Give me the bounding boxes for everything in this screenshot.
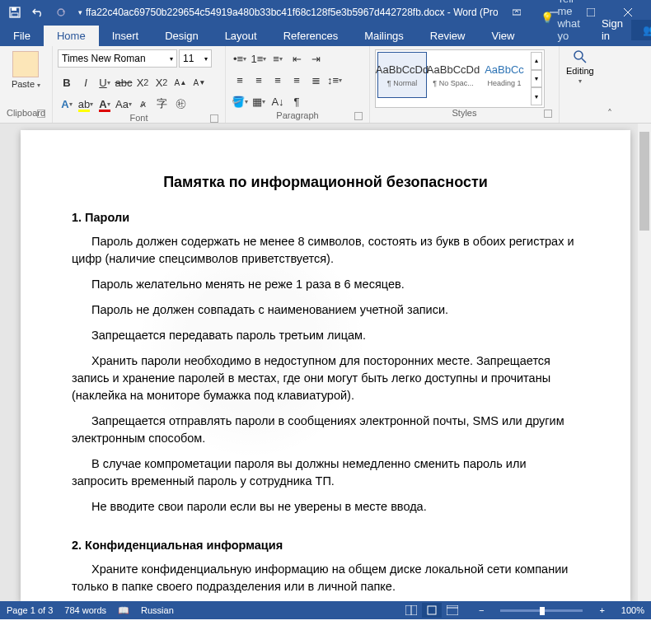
spellcheck-icon[interactable]: 📖 bbox=[118, 605, 129, 616]
enclose-button[interactable]: ㊓ bbox=[171, 95, 190, 113]
ribbon-tabs: File Home Insert Design Layout Reference… bbox=[0, 25, 651, 46]
tab-review[interactable]: Review bbox=[417, 26, 479, 46]
undo-icon[interactable] bbox=[28, 2, 48, 22]
svg-rect-14 bbox=[447, 605, 458, 615]
tab-insert[interactable]: Insert bbox=[99, 26, 152, 46]
clipboard-launcher[interactable] bbox=[37, 110, 45, 118]
superscript-button[interactable]: X2 bbox=[152, 73, 171, 91]
font-size-combo[interactable]: 11▾ bbox=[179, 49, 212, 68]
zoom-slider[interactable] bbox=[500, 609, 583, 612]
svg-line-10 bbox=[582, 58, 586, 63]
italic-button[interactable]: I bbox=[77, 73, 95, 91]
show-marks-button[interactable]: ¶ bbox=[288, 92, 306, 110]
tab-view[interactable]: View bbox=[478, 26, 527, 46]
tab-layout[interactable]: Layout bbox=[212, 26, 270, 46]
doc-heading-1: 1. Пароли bbox=[72, 209, 579, 226]
sort-button[interactable]: A↓ bbox=[269, 92, 287, 110]
align-left-button[interactable]: ≡ bbox=[231, 71, 249, 89]
bullets-button[interactable]: •≡▾ bbox=[231, 49, 249, 68]
paste-icon bbox=[12, 51, 39, 77]
doc-paragraph: Запрещается отправлять пароли в сообщени… bbox=[72, 413, 579, 447]
svg-rect-13 bbox=[428, 606, 436, 614]
qat-customize-icon[interactable]: ▾ bbox=[74, 2, 86, 22]
tab-file[interactable]: File bbox=[0, 26, 44, 46]
tab-references[interactable]: References bbox=[270, 26, 351, 46]
style-normal[interactable]: AaBbCcDd ¶ Normal bbox=[377, 52, 427, 98]
doc-paragraph: В случае компрометации пароля вы должны … bbox=[72, 455, 579, 490]
save-icon[interactable] bbox=[5, 2, 25, 22]
font-color-button[interactable]: A▾ bbox=[96, 95, 114, 113]
numbering-button[interactable]: 1≡▾ bbox=[250, 49, 268, 68]
doc-paragraph: Хранить пароли необходимо в недоступном … bbox=[72, 352, 579, 404]
change-case-button[interactable]: Aa▾ bbox=[115, 95, 133, 113]
paste-button[interactable]: Paste ▾ bbox=[8, 49, 44, 91]
styles-launcher[interactable] bbox=[544, 110, 552, 118]
clear-format-button[interactable]: A̷ bbox=[133, 95, 152, 113]
font-launcher[interactable] bbox=[210, 114, 218, 123]
tab-design[interactable]: Design bbox=[152, 26, 211, 46]
underline-button[interactable]: U▾ bbox=[96, 73, 114, 91]
lightbulb-icon: 💡 bbox=[541, 12, 554, 24]
zoom-level[interactable]: 100% bbox=[621, 605, 644, 615]
gallery-down[interactable]: ▾ bbox=[531, 70, 542, 88]
vertical-scrollbar[interactable] bbox=[638, 124, 651, 601]
doc-title: Памятка по информационной безопасности bbox=[72, 171, 579, 193]
language-indicator[interactable]: Russian bbox=[141, 605, 174, 615]
read-mode-button[interactable] bbox=[401, 603, 421, 618]
highlight-button[interactable]: ab▾ bbox=[77, 95, 95, 113]
share-button[interactable]: 👥Share bbox=[631, 20, 651, 40]
find-icon bbox=[573, 49, 588, 64]
doc-paragraph: Пароль не должен совпадать с наименовани… bbox=[72, 301, 579, 319]
paragraph-launcher[interactable] bbox=[354, 112, 363, 120]
doc-paragraph: Не вводите свои пароли если вы не уверен… bbox=[72, 498, 579, 516]
word-count[interactable]: 784 words bbox=[64, 605, 106, 615]
style-nospacing[interactable]: AaBbCcDd ¶ No Spac... bbox=[429, 52, 478, 98]
document-page[interactable]: Памятка по информационной безопасности 1… bbox=[21, 130, 630, 601]
redo-icon[interactable] bbox=[51, 2, 71, 22]
align-center-button[interactable]: ≡ bbox=[250, 71, 268, 89]
gallery-more[interactable]: ▾ bbox=[531, 87, 542, 105]
sign-in-button[interactable]: Sign in bbox=[593, 13, 631, 46]
doc-heading-2: 2. Конфиденциальная информация bbox=[72, 537, 579, 554]
tab-home[interactable]: Home bbox=[44, 26, 99, 46]
tell-me[interactable]: 💡Tell me what yo bbox=[527, 0, 592, 46]
text-effects-button[interactable]: A▾ bbox=[58, 95, 76, 113]
bold-button[interactable]: B bbox=[58, 73, 76, 91]
distributed-button[interactable]: ≣ bbox=[307, 71, 325, 89]
grow-font-button[interactable]: A▲ bbox=[171, 73, 190, 91]
multilevel-button[interactable]: ≡▾ bbox=[269, 49, 287, 68]
styles-group-label: Styles bbox=[452, 108, 477, 118]
increase-indent-button[interactable]: ⇥ bbox=[307, 49, 325, 68]
shading-button[interactable]: 🪣▾ bbox=[231, 92, 249, 110]
doc-paragraph: Пароль должен содержать не менее 8 симво… bbox=[72, 233, 579, 268]
page-indicator[interactable]: Page 1 of 3 bbox=[7, 605, 53, 615]
editing-button[interactable]: Editing ▾ bbox=[566, 49, 594, 106]
zoom-in-button[interactable]: + bbox=[594, 605, 609, 615]
tab-mailings[interactable]: Mailings bbox=[351, 26, 417, 46]
font-group-label: Font bbox=[129, 113, 148, 123]
styles-gallery: AaBbCcDd ¶ Normal AaBbCcDd ¶ No Spac... … bbox=[375, 49, 545, 108]
justify-button[interactable]: ≡ bbox=[288, 71, 306, 89]
svg-point-3 bbox=[58, 9, 64, 16]
doc-paragraph: Храните конфиденциальную информацию на о… bbox=[72, 561, 579, 595]
line-spacing-button[interactable]: ↕≡▾ bbox=[326, 71, 344, 89]
subscript-button[interactable]: X2 bbox=[133, 73, 152, 91]
align-right-button[interactable]: ≡ bbox=[269, 71, 287, 89]
collapse-ribbon-button[interactable]: ˄ bbox=[607, 108, 612, 119]
ribbon: Paste ▾ Clipboard Times New Roman▾ 11▾ B… bbox=[0, 46, 651, 124]
zoom-out-button[interactable]: − bbox=[474, 605, 489, 615]
decrease-indent-button[interactable]: ⇤ bbox=[288, 49, 306, 68]
borders-button[interactable]: ▦▾ bbox=[250, 92, 268, 110]
strikethrough-button[interactable]: abc bbox=[115, 73, 133, 91]
web-layout-button[interactable] bbox=[443, 603, 462, 618]
phonetic-button[interactable]: 字 bbox=[152, 95, 171, 113]
shrink-font-button[interactable]: A▼ bbox=[190, 73, 208, 91]
font-name-combo[interactable]: Times New Roman▾ bbox=[58, 49, 177, 68]
doc-paragraph: Запрещается передавать пароль третьим ли… bbox=[72, 327, 579, 344]
print-layout-button[interactable] bbox=[422, 603, 442, 618]
style-heading1[interactable]: AaBbCc Heading 1 bbox=[480, 52, 529, 98]
gallery-up[interactable]: ▴ bbox=[531, 52, 542, 70]
share-icon: 👥 bbox=[643, 24, 651, 36]
zoom-thumb[interactable] bbox=[540, 607, 545, 615]
scroll-thumb[interactable] bbox=[639, 132, 649, 231]
